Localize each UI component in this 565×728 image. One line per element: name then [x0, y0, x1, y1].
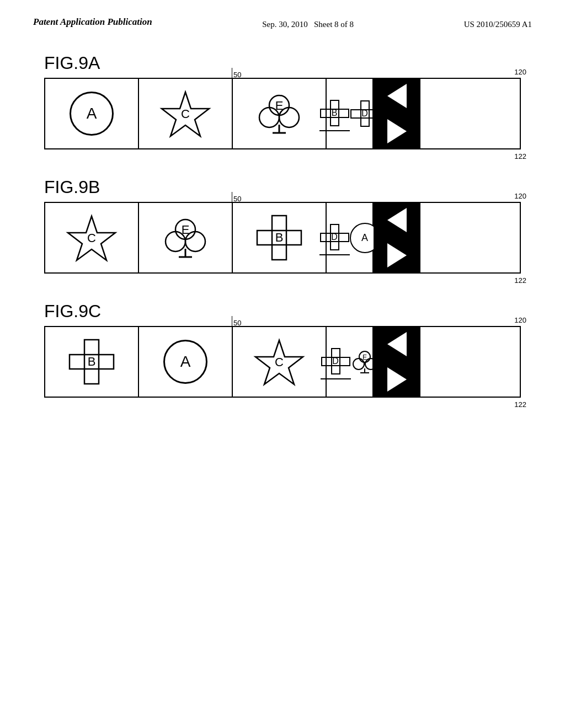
cell-arrows — [374, 79, 420, 148]
split-top-d-9b: D — [319, 221, 350, 255]
ref-120-9a: 120 — [514, 68, 526, 76]
sheet-info: Sheet 8 of 8 — [314, 20, 354, 29]
circle-symbol-a-9c: A — [163, 340, 207, 384]
fig9c-strip: B A C — [44, 326, 521, 398]
page-header: Patent Application Publication Sep. 30, … — [0, 0, 565, 36]
arrow-left-top-9b — [374, 203, 420, 238]
arrow-left-top — [374, 79, 420, 114]
publication-title: Patent Application Publication — [33, 15, 152, 29]
figure-9b: FIG.9B 50 120 C — [44, 177, 521, 274]
club-symbol-e-9b: E — [163, 213, 207, 263]
cross-symbol-b-9b: B — [254, 213, 304, 263]
svg-text:B: B — [275, 231, 284, 244]
svg-text:B: B — [88, 355, 96, 368]
fig9b-strip: C E — [44, 202, 521, 274]
fig9c-label: FIG.9C — [44, 301, 521, 322]
arrow-left-top-9c — [374, 327, 420, 362]
cell-cross-b-9c: B — [45, 327, 139, 397]
svg-text:B: B — [331, 108, 337, 117]
figure-9c: FIG.9C 50 120 B — [44, 301, 521, 398]
cross-symbol-b-9c: B — [67, 337, 116, 387]
right-arrow-icon-9b — [387, 243, 407, 267]
svg-text:C: C — [275, 355, 284, 369]
arrow-right-bottom-9c — [374, 362, 420, 397]
left-arrow-icon-9c — [387, 332, 407, 356]
left-arrow-icon — [387, 84, 407, 108]
ref-122-9c: 122 — [514, 400, 526, 409]
cell-club-e: E — [233, 79, 327, 148]
publication-date-sheet: Sep. 30, 2010 Sheet 8 of 8 — [262, 15, 354, 31]
ref-120-9b: 120 — [514, 192, 526, 200]
arrow-right-bottom-9b — [374, 238, 420, 272]
cell-circle-a: A — [45, 79, 139, 148]
right-arrow-icon-9c — [387, 367, 407, 392]
fig9a-strip: A C — [44, 78, 521, 149]
ref-120-9c: 120 — [514, 316, 526, 324]
cell-star-c-9c: C — [233, 327, 327, 397]
left-arrow-icon-9b — [387, 208, 407, 232]
right-arrow-icon — [387, 119, 407, 143]
cell-arrows-9c — [374, 327, 420, 397]
ref-122-9b: 122 — [514, 276, 526, 285]
figure-9a: FIG.9A 50 120 A C — [44, 53, 521, 149]
cell-split-de-9c: D E — [327, 327, 374, 397]
svg-text:E: E — [363, 354, 367, 361]
cell-split-da-9b: D A — [327, 203, 374, 272]
publication-date: Sep. 30, 2010 — [262, 20, 308, 29]
svg-text:D: D — [332, 356, 339, 366]
svg-text:D: D — [361, 109, 368, 118]
club-symbol-e: E — [257, 89, 301, 138]
svg-text:C: C — [181, 107, 190, 121]
cell-arrows-9b — [374, 203, 420, 272]
ref-50-9a: 50 — [232, 68, 241, 79]
cell-star-c-9b: C — [45, 203, 139, 272]
svg-text:E: E — [275, 99, 284, 113]
svg-text:E: E — [182, 223, 190, 237]
cell-split-bd: B D — [327, 79, 374, 148]
cell-star-c: C — [139, 79, 233, 148]
ref-122-9a: 122 — [514, 152, 526, 160]
svg-text:D: D — [331, 232, 338, 242]
cell-cross-b-9b: B — [233, 203, 327, 272]
star-symbol-c-9b: C — [67, 213, 116, 262]
arrow-right-bottom — [374, 114, 420, 148]
main-content: FIG.9A 50 120 A C — [0, 36, 565, 436]
cell-circle-a-9c: A — [139, 327, 233, 397]
fig9a-label: FIG.9A — [44, 53, 521, 73]
fig9b-label: FIG.9B — [44, 177, 521, 197]
cell-club-e-9b: E — [139, 203, 233, 272]
split-top-d-9c: D — [321, 345, 351, 379]
patent-number: US 2010/250659 A1 — [464, 15, 532, 31]
svg-text:C: C — [87, 231, 96, 245]
star-symbol-c-9c: C — [254, 338, 304, 386]
circle-symbol-a: A — [70, 92, 114, 136]
split-top-b: B — [319, 97, 350, 131]
ref-50-9c: 50 — [232, 316, 241, 327]
ref-50-9b: 50 — [232, 192, 241, 203]
star-symbol-c: C — [161, 89, 210, 138]
